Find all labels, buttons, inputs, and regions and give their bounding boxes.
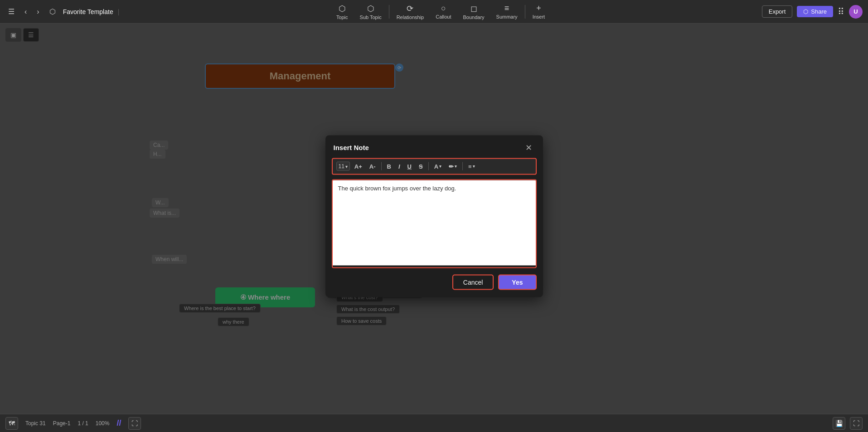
status-bar: 🗺 Topic 31 Page-1 1 / 1 100% // ⛶ 💾 ⛶ xyxy=(0,414,868,432)
highlight-chevron: ▾ xyxy=(455,164,457,169)
callout-icon: ○ xyxy=(441,4,446,13)
toolbar-summary[interactable]: ≡ Summary xyxy=(492,2,522,21)
topic-icon: ⬡ xyxy=(339,4,346,14)
toolbar-subtopic[interactable]: ⬡ Sub Topic xyxy=(355,2,386,22)
toolbar-topic[interactable]: ⬡ Topic xyxy=(332,2,353,22)
topic-count: Topic 31 xyxy=(25,420,46,427)
toolbar-callout[interactable]: ○ Callout xyxy=(431,2,456,21)
modal-footer: Cancel Yes xyxy=(325,274,543,297)
share-icon: ⬡ xyxy=(803,8,808,15)
font-color-label: A xyxy=(434,163,438,170)
bold-button[interactable]: B xyxy=(384,161,394,171)
yes-button[interactable]: Yes xyxy=(498,274,536,290)
font-color-chevron: ▾ xyxy=(439,164,441,169)
toolbar-relationship[interactable]: ⟳ Relationship xyxy=(392,2,429,22)
toolbar-callout-label: Callout xyxy=(436,14,451,19)
note-textarea-wrapper: The quick brown fox jumps over the lazy … xyxy=(332,179,537,268)
align-button[interactable]: ≡ ▾ xyxy=(466,161,478,171)
page-label: Page-1 xyxy=(53,420,71,427)
toolbar-subtopic-label: Sub Topic xyxy=(360,15,382,20)
highlight-icon: ✏ xyxy=(449,163,454,170)
top-toolbar: ☰ ‹ › ⬡ Favorite Template | ⬡ Topic ⬡ Su… xyxy=(0,0,868,24)
cancel-button[interactable]: Cancel xyxy=(452,274,494,290)
expand-button[interactable]: ⛶ xyxy=(850,417,863,430)
status-right: 💾 ⛶ xyxy=(833,417,863,430)
zoom-level: 100% xyxy=(96,420,110,427)
align-chevron: ▾ xyxy=(473,164,475,169)
toolbar-insert[interactable]: + Insert xyxy=(528,2,550,21)
toolbar-relationship-label: Relationship xyxy=(397,15,424,20)
fit-view-button[interactable]: ⛶ xyxy=(128,417,141,430)
apps-button[interactable]: ⠿ xyxy=(838,6,844,17)
template-title: Favorite Template xyxy=(63,8,113,15)
modal-title: Insert Note xyxy=(334,144,369,151)
toolbar-sep-2 xyxy=(525,5,525,19)
toolbar-insert-label: Insert xyxy=(533,14,545,19)
hamburger-button[interactable]: ☰ xyxy=(5,5,17,18)
toolbar-topic-label: Topic xyxy=(336,15,348,20)
save-button[interactable]: 💾 xyxy=(833,417,845,430)
back-button[interactable]: ‹ xyxy=(22,6,29,18)
avatar[interactable]: U xyxy=(849,5,863,19)
brand-icon: // xyxy=(116,418,121,428)
font-color-button[interactable]: A ▾ xyxy=(432,161,444,171)
italic-button[interactable]: I xyxy=(396,161,403,171)
pagination: 1 / 1 xyxy=(78,420,88,427)
relationship-icon: ⟳ xyxy=(407,4,413,14)
chevron-down-icon: ▾ xyxy=(345,164,348,169)
format-toolbar: 11 ▾ A+ A- B I U S A ▾ ✏ ▾ ≡ ▾ xyxy=(332,158,537,175)
insert-note-modal: Insert Note ✕ 11 ▾ A+ A- B I U S A ▾ ✏ ▾… xyxy=(325,135,543,297)
toolbar-left: ☰ ‹ › ⬡ Favorite Template | xyxy=(5,5,119,18)
share-button[interactable]: ⬡ Share xyxy=(797,6,833,17)
toolbar-center: ⬡ Topic ⬡ Sub Topic ⟳ Relationship ○ Cal… xyxy=(119,2,761,22)
fmt-sep-3 xyxy=(462,162,463,170)
font-size-value: 11 xyxy=(339,163,344,170)
highlight-button[interactable]: ✏ ▾ xyxy=(446,161,460,171)
export-button[interactable]: Export xyxy=(762,5,793,18)
subtopic-icon: ⬡ xyxy=(367,4,374,14)
fmt-sep-2 xyxy=(428,162,429,170)
strikethrough-button[interactable]: S xyxy=(416,161,426,171)
modal-header: Insert Note ✕ xyxy=(325,135,543,158)
share-label: Share xyxy=(811,8,827,15)
increase-font-button[interactable]: A+ xyxy=(352,161,365,171)
map-view-button[interactable]: 🗺 xyxy=(5,417,18,430)
modal-close-button[interactable]: ✕ xyxy=(523,141,535,153)
font-size-selector[interactable]: 11 ▾ xyxy=(336,162,350,171)
forward-button[interactable]: › xyxy=(34,6,42,18)
toolbar-summary-label: Summary xyxy=(496,14,518,19)
align-icon: ≡ xyxy=(468,163,472,170)
boundary-icon: ◻ xyxy=(470,4,477,14)
decrease-font-button[interactable]: A- xyxy=(367,161,378,171)
template-action-button[interactable]: ⬡ xyxy=(47,5,58,18)
toolbar-sep-1 xyxy=(389,5,389,19)
toolbar-right: Export ⬡ Share ⠿ U xyxy=(762,5,863,19)
fmt-sep-1 xyxy=(381,162,382,170)
toolbar-boundary[interactable]: ◻ Boundary xyxy=(458,2,489,22)
note-textarea[interactable]: The quick brown fox jumps over the lazy … xyxy=(333,180,536,265)
summary-icon: ≡ xyxy=(504,4,509,13)
underline-button[interactable]: U xyxy=(405,161,414,171)
toolbar-boundary-label: Boundary xyxy=(463,15,484,20)
insert-icon: + xyxy=(536,4,541,13)
